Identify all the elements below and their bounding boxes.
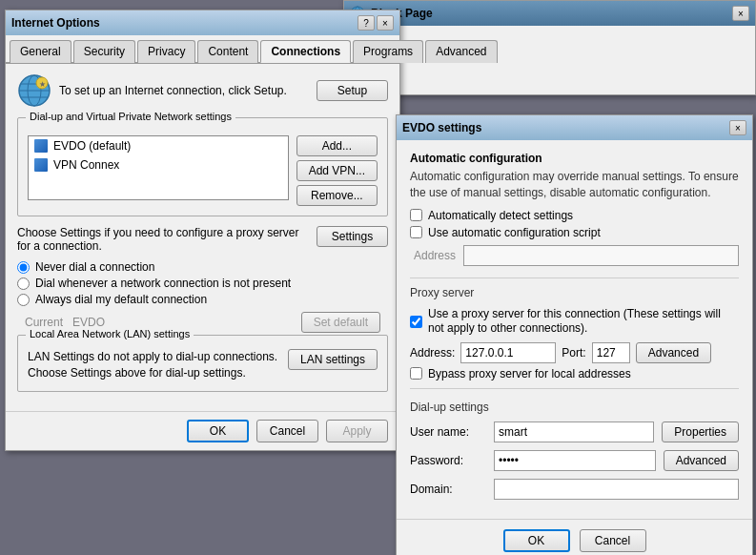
auto-detect-checkbox[interactable] [410,209,422,221]
divider-2 [410,388,739,389]
apply-btn[interactable]: Apply [326,420,388,442]
radio-always-label: Always dial my default connection [35,293,207,306]
evdo-title-text: EVDO settings [402,121,481,134]
lan-inner: LAN Settings do not apply to dial-up con… [28,349,378,381]
cancel-btn[interactable]: Cancel [256,420,318,442]
domain-label: Domain: [410,483,486,496]
bypass-label: Bypass proxy server for local addresses [428,367,631,380]
evdo-content: Automatic configuration Automatic config… [397,140,752,519]
vpn-label: VPN Connex [53,158,119,172]
tab-connections[interactable]: Connections [260,40,351,63]
browser-title-controls: × [732,6,749,21]
browser-title-bar: Blank Page × [344,1,755,26]
settings-btn[interactable]: Settings [317,226,388,247]
proxy-addr-row: Address: Port: Advanced [410,342,739,363]
radio-never-label: Never dial a connection [35,260,154,274]
tab-security[interactable]: Security [73,40,135,63]
title-controls: ? × [358,15,394,31]
help-btn[interactable]: ? [358,15,375,31]
password-label: Password: [410,454,486,467]
internet-options-title-bar: Internet Options ? × [6,10,399,35]
tab-programs[interactable]: Programs [353,40,423,63]
radio-whenever-input[interactable] [17,278,30,290]
proxy-advanced-btn[interactable]: Advanced [636,342,711,363]
lan-text: LAN Settings do not apply to dial-up con… [28,349,280,381]
close-btn[interactable]: × [377,15,394,31]
dialup-list[interactable]: EVDO (default) VPN Connex [28,135,289,200]
evdo-cancel-btn[interactable]: Cancel [580,529,646,552]
connections-content: ★ To set up an Internet connection, clic… [6,64,399,411]
remove-btn[interactable]: Remove... [296,185,378,206]
proxy-title: Proxy server [410,286,739,299]
setup-description: To set up an Internet connection, click … [59,84,309,97]
evdo-label: EVDO (default) [53,139,131,153]
auto-script-item: Use automatic configuration script [410,226,739,239]
username-label: User name: [410,425,486,439]
dialup-group: Dial-up and Virtual Private Network sett… [17,117,388,216]
proxy-section: Proxy server Use a proxy server for this… [410,286,739,380]
port-label: Port: [562,346,585,360]
domain-input[interactable] [494,479,739,500]
properties-btn[interactable]: Properties [662,421,739,442]
dialup-inner: EVDO (default) VPN Connex Add... Add VPN… [28,130,378,206]
proxy-addr-input[interactable] [460,342,556,363]
username-input[interactable] [494,421,654,442]
tab-general[interactable]: General [10,40,72,63]
browser-close-btn[interactable]: × [732,6,749,21]
tab-advanced[interactable]: Advanced [425,40,497,63]
ok-btn[interactable]: OK [187,420,249,442]
add-btn[interactable]: Add... [296,135,378,156]
use-proxy-item: Use a proxy server for this connection (… [410,307,739,337]
set-default-btn[interactable]: Set default [301,312,380,333]
lan-label: Local Area Network (LAN) settings [26,328,194,339]
evdo-close-btn[interactable]: × [729,120,746,135]
auto-config-title: Automatic configuration [410,152,739,165]
setup-btn[interactable]: Setup [317,80,388,101]
list-item-evdo[interactable]: EVDO (default) [29,136,288,155]
username-row: User name: Properties [410,421,739,442]
password-input[interactable] [494,450,656,471]
radio-always-input[interactable] [17,294,30,306]
auto-detect-item: Automatically detect settings [410,209,739,222]
auto-detect-label: Automatically detect settings [428,209,573,222]
use-proxy-row: Use a proxy server for this connection (… [410,307,739,337]
address-input[interactable] [463,245,739,266]
dialup-advanced-btn[interactable]: Advanced [664,450,739,471]
dialup-settings-section: Dial-up settings User name: Properties P… [410,401,739,500]
dialup-buttons: Add... Add VPN... Remove... [296,135,378,206]
address-label: Address [414,249,456,262]
radio-never: Never dial a connection [17,260,388,274]
tab-privacy[interactable]: Privacy [137,40,195,63]
use-proxy-checkbox[interactable] [410,316,422,328]
choose-settings-text: Choose Settings if you need to configure… [17,226,309,253]
address-row: Address [410,245,739,266]
radio-whenever-label: Dial whenever a network connection is no… [35,277,291,290]
bypass-checkbox[interactable] [410,367,422,380]
internet-options-title-text: Internet Options [11,16,100,30]
evdo-bottom-buttons: OK Cancel [397,519,752,555]
internet-options-title-label: Internet Options [11,16,100,30]
proxy-addr-label: Address: [410,346,455,360]
password-row: Password: Advanced [410,450,739,471]
evdo-ok-btn[interactable]: OK [503,529,570,552]
auto-config-desc: Automatic configuration may override man… [410,169,739,201]
add-vpn-btn[interactable]: Add VPN... [296,160,378,181]
evdo-settings-window: EVDO settings × Automatic configuration … [396,114,753,555]
evdo-icon [34,139,48,153]
current-value: EVDO [72,316,105,329]
vpn-icon [34,158,48,172]
evdo-title-bar: EVDO settings × [397,115,752,140]
setup-section: ★ To set up an Internet connection, clic… [17,73,388,108]
auto-script-checkbox[interactable] [410,226,422,238]
port-input[interactable] [592,342,630,363]
radio-never-input[interactable] [17,261,30,274]
auto-config-section: Automatic configuration Automatic config… [410,152,739,266]
dialup-settings-title: Dial-up settings [410,401,739,414]
radio-group: Never dial a connection Dial whenever a … [17,260,388,306]
lan-btn[interactable]: LAN settings [288,349,378,370]
tab-content[interactable]: Content [197,40,258,63]
list-item-vpn[interactable]: VPN Connex [29,155,288,175]
domain-row: Domain: [410,479,739,500]
choose-settings-row: Choose Settings if you need to configure… [17,226,388,253]
dialup-label: Dial-up and Virtual Private Network sett… [26,111,235,122]
